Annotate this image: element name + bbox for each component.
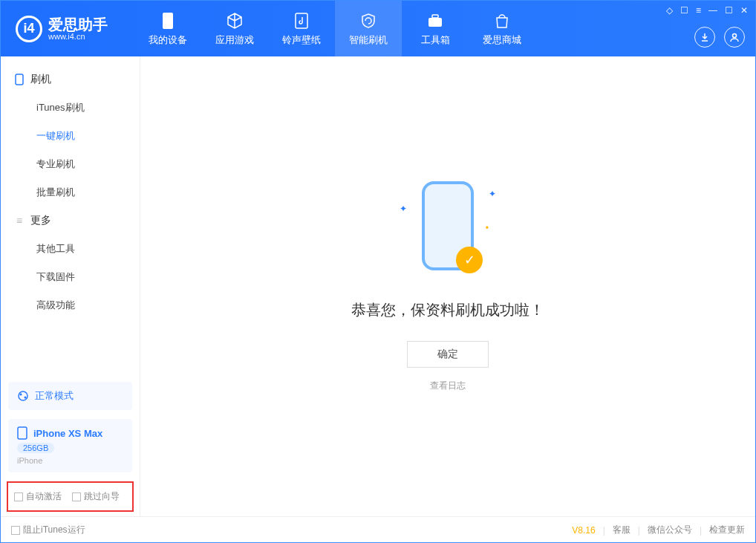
check-badge-icon: ✓ <box>456 247 483 273</box>
success-illustration: ✦ ✦ • ✓ <box>400 181 496 278</box>
nav-ringtones[interactable]: 铃声壁纸 <box>268 1 335 56</box>
nav-label: 应用游戏 <box>215 33 254 47</box>
sidebar: 刷机 iTunes刷机 一键刷机 专业刷机 批量刷机 ≡ 更多 其他工具 下载固… <box>1 56 140 516</box>
sidebar-section-flash: 刷机 <box>1 65 140 94</box>
music-file-icon <box>292 11 311 30</box>
app-subtitle: www.i4.cn <box>48 32 108 41</box>
app-header: i4 爱思助手 www.i4.cn 我的设备 应用游戏 铃声壁纸 智能刷机 工具… <box>1 1 755 56</box>
sidebar-item-oneclick-flash[interactable]: 一键刷机 <box>1 122 140 150</box>
checkbox-block-itunes[interactable]: 阻止iTunes运行 <box>11 524 85 536</box>
user-icon <box>729 32 740 42</box>
ok-button[interactable]: 确定 <box>407 341 489 368</box>
download-button[interactable] <box>694 27 715 48</box>
cube-icon <box>225 11 244 30</box>
nav-label: 工具箱 <box>421 33 450 47</box>
svg-point-6 <box>19 391 27 400</box>
nav-label: 我的设备 <box>149 33 187 47</box>
refresh-shield-icon <box>359 11 378 30</box>
toolbox-icon <box>426 11 445 30</box>
view-log-link[interactable]: 查看日志 <box>430 380 466 392</box>
mode-label: 正常模式 <box>35 389 74 403</box>
download-icon <box>700 32 710 42</box>
main-content: ✦ ✦ • ✓ 恭喜您，保资料刷机成功啦！ 确定 查看日志 <box>140 56 755 516</box>
window-controls: ◇ ☐ ≡ — ☐ ✕ <box>666 5 748 16</box>
sidebar-item-advanced[interactable]: 高级功能 <box>1 291 140 319</box>
sparkle-icon: ✦ <box>400 204 407 214</box>
logo-icon: i4 <box>16 16 42 42</box>
sparkle-icon: • <box>486 223 489 233</box>
sparkle-icon: ✦ <box>489 189 496 199</box>
sidebar-section-more: ≡ 更多 <box>1 207 140 235</box>
mode-indicator[interactable]: 正常模式 <box>8 382 132 410</box>
checkbox-box <box>72 492 81 501</box>
nav-label: 智能刷机 <box>349 33 388 47</box>
success-message: 恭喜您，保资料刷机成功啦！ <box>351 300 544 320</box>
minimize-button[interactable]: — <box>708 5 717 16</box>
svg-rect-9 <box>18 427 27 439</box>
nav-my-device[interactable]: 我的设备 <box>134 1 201 56</box>
device-name: iPhone XS Max <box>33 428 102 439</box>
feedback-icon[interactable]: ☐ <box>680 5 688 16</box>
checkbox-box <box>11 526 20 535</box>
mode-icon <box>17 390 29 402</box>
svg-point-4 <box>733 34 737 38</box>
maximize-button[interactable]: ☐ <box>725 5 733 16</box>
menu-icon[interactable]: ≡ <box>696 5 701 16</box>
close-button[interactable]: ✕ <box>740 5 748 16</box>
status-bar: 阻止iTunes运行 V8.16 | 客服 | 微信公众号 | 检查更新 <box>1 516 755 543</box>
sidebar-item-other-tools[interactable]: 其他工具 <box>1 235 140 263</box>
nav-toolbox[interactable]: 工具箱 <box>402 1 469 56</box>
nav-store[interactable]: 爱思商城 <box>469 1 535 56</box>
device-type: iPhone <box>17 456 42 465</box>
logo-area: i4 爱思助手 www.i4.cn <box>1 16 134 42</box>
skin-icon[interactable]: ◇ <box>666 5 673 16</box>
sidebar-item-batch-flash[interactable]: 批量刷机 <box>1 178 140 207</box>
svg-rect-5 <box>16 74 23 85</box>
phone-icon <box>158 11 177 30</box>
checkbox-box <box>14 492 23 501</box>
version-label: V8.16 <box>572 525 595 536</box>
footer-link-support[interactable]: 客服 <box>613 524 630 536</box>
device-info-box[interactable]: iPhone XS Max 256GB iPhone <box>8 419 132 472</box>
nav-label: 铃声壁纸 <box>282 33 321 47</box>
device-icon <box>14 74 25 85</box>
svg-point-7 <box>20 394 22 396</box>
nav-flash[interactable]: 智能刷机 <box>335 1 402 56</box>
user-button[interactable] <box>724 27 745 48</box>
svg-rect-3 <box>432 15 438 18</box>
checkbox-skip-guide[interactable]: 跳过向导 <box>72 490 120 503</box>
bag-icon <box>492 11 512 30</box>
nav-apps-games[interactable]: 应用游戏 <box>201 1 268 56</box>
footer-link-update[interactable]: 检查更新 <box>709 524 745 536</box>
sidebar-item-pro-flash[interactable]: 专业刷机 <box>1 150 140 178</box>
svg-rect-2 <box>428 18 442 27</box>
device-capacity: 256GB <box>17 443 54 453</box>
footer-link-wechat[interactable]: 微信公众号 <box>648 524 692 536</box>
sidebar-item-download-firmware[interactable]: 下载固件 <box>1 263 140 291</box>
main-nav: 我的设备 应用游戏 铃声壁纸 智能刷机 工具箱 爱思商城 <box>134 1 535 56</box>
svg-rect-0 <box>163 13 173 29</box>
options-highlight-box: 自动激活 跳过向导 <box>7 481 134 512</box>
phone-small-icon <box>17 426 27 440</box>
svg-rect-1 <box>296 13 307 28</box>
list-icon: ≡ <box>14 215 25 226</box>
svg-point-8 <box>25 397 27 399</box>
checkbox-auto-activate[interactable]: 自动激活 <box>14 490 62 503</box>
nav-label: 爱思商城 <box>483 33 521 47</box>
app-title: 爱思助手 <box>48 17 108 32</box>
sidebar-item-itunes-flash[interactable]: iTunes刷机 <box>1 94 140 122</box>
